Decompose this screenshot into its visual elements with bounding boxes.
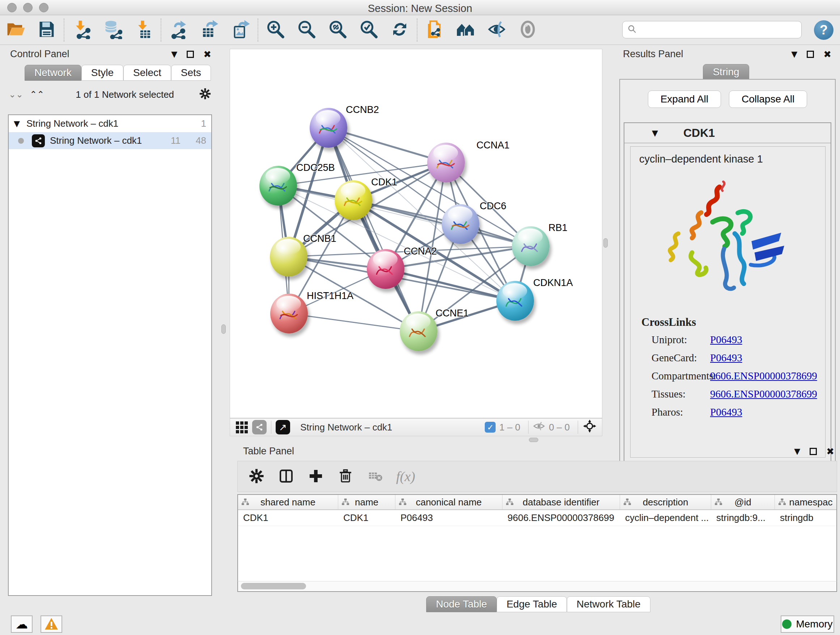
import-network-file-button[interactable] xyxy=(66,17,97,43)
network-node-CCNA2[interactable] xyxy=(367,249,404,289)
import-network-database-button[interactable] xyxy=(97,17,128,43)
table-cell[interactable]: CDK1 xyxy=(338,510,395,526)
network-node-CDK1[interactable] xyxy=(335,180,372,220)
crosslink-link[interactable]: 9606.ENSP00000378699 xyxy=(710,370,817,382)
table-cell[interactable]: stringdb:9... xyxy=(711,510,775,526)
crosslink-link[interactable]: 9606.ENSP00000378699 xyxy=(710,388,817,400)
crosslink-link[interactable]: P06493 xyxy=(710,406,742,418)
network-node-CCNB1[interactable] xyxy=(270,237,308,277)
zoom-fit-button[interactable] xyxy=(322,17,353,43)
expand-all-button[interactable]: Expand All xyxy=(648,90,721,108)
zoom-selected-button[interactable] xyxy=(353,17,384,43)
column-header-name[interactable]: name xyxy=(338,495,395,509)
memory-button[interactable]: Memory xyxy=(781,616,834,633)
float-panel-icon[interactable] xyxy=(187,51,194,58)
float-panel-icon[interactable] xyxy=(810,448,817,455)
right-splitter-grip[interactable] xyxy=(603,238,608,248)
network-node-CCNB2[interactable] xyxy=(309,108,347,148)
table-cell[interactable]: cyclin–dependent ... xyxy=(620,510,711,526)
left-splitter-grip[interactable] xyxy=(221,325,226,334)
table-cell[interactable]: 9606.ENSP00000378699 xyxy=(502,510,620,526)
table-cell[interactable]: P06493 xyxy=(395,510,502,526)
network-options-gear-icon[interactable] xyxy=(199,88,211,101)
toolbar-separator xyxy=(161,19,161,42)
collapse-gene-icon[interactable]: ▼ xyxy=(652,128,658,138)
panel-menu-icon[interactable]: ▼ xyxy=(791,50,797,59)
column-header-description[interactable]: description xyxy=(620,495,711,509)
float-panel-icon[interactable] xyxy=(807,51,814,58)
pan-crosshair-icon[interactable] xyxy=(583,419,597,436)
network-edge[interactable] xyxy=(289,314,418,331)
zoom-out-button[interactable] xyxy=(291,17,322,43)
export-table-button[interactable] xyxy=(194,17,225,43)
open-session-button[interactable] xyxy=(0,17,31,43)
tab-string[interactable]: String xyxy=(703,64,749,80)
import-table-button[interactable] xyxy=(128,17,159,43)
table-cell[interactable]: stringdb xyxy=(775,510,837,526)
collapse-icon[interactable]: ▼ xyxy=(14,119,20,128)
column-header-database-identifier[interactable]: database identifier xyxy=(502,495,620,509)
network-share-icon[interactable] xyxy=(252,420,267,434)
export-image-button[interactable] xyxy=(225,17,256,43)
detach-view-icon[interactable]: ↗ xyxy=(276,420,290,434)
crosslink-row: Uniprot:P06493 xyxy=(641,334,825,346)
node-table[interactable]: shared namenamecanonical namedatabase id… xyxy=(237,494,837,581)
network-from-selection-button[interactable] xyxy=(419,17,450,43)
expand-all-networks-icon[interactable]: ⌃⌃ xyxy=(30,89,44,100)
delete-table-button[interactable] xyxy=(366,468,384,485)
tab-edge-table[interactable]: Edge Table xyxy=(497,596,567,612)
save-session-button[interactable] xyxy=(31,17,62,43)
add-column-button[interactable] xyxy=(307,468,325,485)
tab-node-table[interactable]: Node Table xyxy=(426,596,497,612)
collapse-all-networks-icon[interactable]: ⌄⌄ xyxy=(9,89,23,100)
panel-menu-icon[interactable]: ▼ xyxy=(794,447,800,456)
cloud-button[interactable]: ☁ xyxy=(11,616,33,633)
close-panel-icon[interactable]: ✖ xyxy=(826,446,834,457)
show-columns-button[interactable] xyxy=(278,468,295,485)
tab-select[interactable]: Select xyxy=(123,65,171,81)
collapse-all-button[interactable]: Collapse All xyxy=(729,90,807,108)
selected-checkbox[interactable]: ✓ xyxy=(485,422,496,432)
network-row[interactable]: String Network – cdk1 11 48 xyxy=(9,132,211,149)
crosslink-link[interactable]: P06493 xyxy=(710,352,742,364)
network-node-CCNE1[interactable] xyxy=(400,311,437,351)
hide-selected-button[interactable] xyxy=(481,17,512,43)
network-collection-row[interactable]: ▼ String Network – cdk1 1 xyxy=(9,115,211,132)
apply-layout-button[interactable] xyxy=(384,17,415,43)
network-node-RB1[interactable] xyxy=(512,226,549,266)
scrollbar-thumb[interactable] xyxy=(241,583,306,589)
delete-column-button[interactable] xyxy=(337,468,354,485)
close-panel-icon[interactable]: ✖ xyxy=(823,49,831,60)
column-header-shared-name[interactable]: shared name xyxy=(238,495,338,509)
table-row[interactable]: CDK1CDK1P064939606.ENSP00000378699cyclin… xyxy=(238,510,836,526)
table-cell[interactable]: CDK1 xyxy=(238,510,338,526)
search-input[interactable] xyxy=(637,24,801,35)
network-node-CDC6[interactable] xyxy=(442,204,479,244)
network-node-CDKN1A[interactable] xyxy=(496,281,534,321)
bottom-splitter-grip[interactable] xyxy=(529,438,538,442)
column-header-canonical-name[interactable]: canonical name xyxy=(395,495,502,509)
zoom-in-button[interactable] xyxy=(260,17,291,43)
help-button[interactable]: ? xyxy=(814,20,834,40)
export-network-button[interactable] xyxy=(163,17,194,43)
network-node-CDC25B[interactable] xyxy=(259,166,297,206)
network-view-canvas[interactable]: CCNB2CCNA1CDC25BCDK1CDC6RB1CCNB1CCNA2CDK… xyxy=(230,49,602,418)
function-builder-button[interactable]: f(x) xyxy=(396,469,415,485)
crosslink-link[interactable]: P06493 xyxy=(710,334,742,346)
panel-menu-icon[interactable]: ▼ xyxy=(171,50,177,59)
column-header-@id[interactable]: @id xyxy=(711,495,775,509)
table-options-button[interactable] xyxy=(248,468,265,485)
first-neighbors-button[interactable] xyxy=(450,17,481,43)
network-node-CCNA1[interactable] xyxy=(427,143,465,182)
warnings-button[interactable] xyxy=(41,616,62,633)
tab-sets[interactable]: Sets xyxy=(171,65,211,81)
table-horizontal-scrollbar[interactable] xyxy=(237,581,837,592)
column-header-namespac[interactable]: namespac xyxy=(775,495,837,509)
close-panel-icon[interactable]: ✖ xyxy=(203,49,211,60)
tab-style[interactable]: Style xyxy=(81,65,123,81)
show-all-button[interactable] xyxy=(512,17,543,43)
birds-eye-view-icon[interactable] xyxy=(236,421,248,433)
tab-network[interactable]: Network xyxy=(25,65,81,81)
tab-network-table[interactable]: Network Table xyxy=(567,596,651,612)
network-node-HIST1H1A[interactable] xyxy=(270,294,308,333)
